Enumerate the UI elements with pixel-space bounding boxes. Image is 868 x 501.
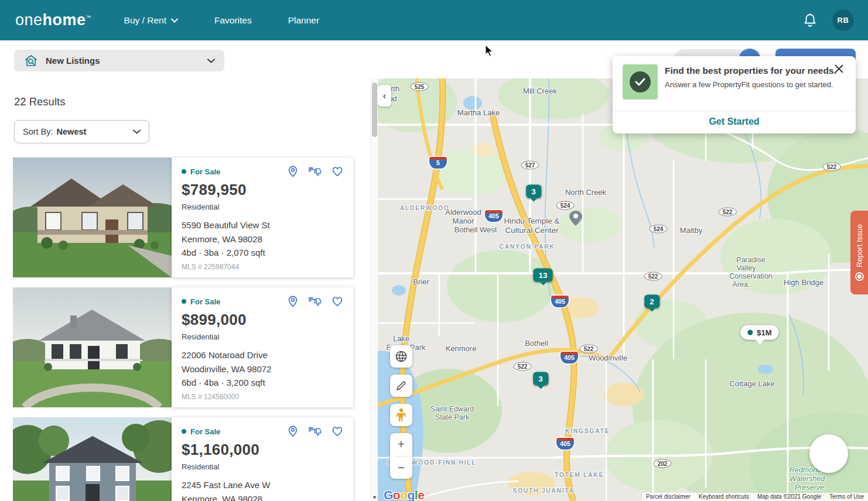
scrollbar-down-arrow[interactable]: ▼ <box>372 495 377 500</box>
cluster-marker[interactable]: 3 <box>533 372 548 386</box>
onehome-logo[interactable]: onehome™ <box>15 11 91 29</box>
map-pin-icon[interactable] <box>286 295 299 308</box>
heart-icon[interactable] <box>331 295 344 308</box>
listing-cards: For Sale $789,950 Residential 5590 Beaut… <box>14 157 370 501</box>
nav-buy-rent[interactable]: Buy / Rent <box>124 15 178 26</box>
draw-button[interactable] <box>390 375 412 397</box>
cluster-marker[interactable]: 13 <box>533 269 552 282</box>
saved-search-label: New Listings <box>46 56 100 66</box>
status-dot <box>182 299 186 304</box>
avatar[interactable]: RB <box>832 9 854 31</box>
status-badge: For Sale <box>182 427 220 436</box>
collapse-panel-button[interactable]: ‹ <box>378 85 391 107</box>
road-shield: 202 <box>654 459 672 468</box>
listing-price: $899,000 <box>182 311 345 329</box>
listing-card[interactable]: For Sale $1,160,000 Residential 2245 Fas… <box>13 417 353 501</box>
attribution-item[interactable]: Keyboard shortcuts <box>695 493 753 501</box>
map-label: Mill Creek <box>523 87 557 95</box>
listing-specs: 6bd · 4ba · 3,200 sqft <box>182 378 345 387</box>
map-label: Valley <box>736 264 756 272</box>
results-scrollbar[interactable]: ▼ <box>370 78 378 501</box>
propertyfit-popup: Find the best properties for your needs.… <box>613 56 856 133</box>
zoom-in-button[interactable]: + <box>390 433 412 456</box>
scrollbar-thumb[interactable] <box>372 83 377 137</box>
map-label: Martha Lake <box>457 108 500 117</box>
listing-address2: Kenmore, WA 98028 <box>182 234 345 244</box>
status-dot <box>182 169 186 174</box>
map-label: Conservation <box>729 272 773 280</box>
google-logo[interactable]: Google <box>384 488 424 501</box>
listing-card[interactable]: For Sale $899,000 Residential 22006 Nota… <box>13 287 353 407</box>
listing-type: Residential <box>182 203 345 211</box>
map-label: Paradise <box>736 256 765 264</box>
nav-planner-label: Planner <box>288 15 319 26</box>
road-shield: 522 <box>580 345 598 354</box>
report-issue-icon <box>855 272 864 281</box>
map-label: SOUTH JUANITA <box>512 487 574 494</box>
sort-by-select[interactable]: Sort By: Newest <box>14 120 149 143</box>
house-photo-illustration <box>13 287 172 407</box>
map-pin-icon[interactable] <box>286 165 299 178</box>
report-issue-tab[interactable]: Report Issue <box>850 211 868 294</box>
report-issue-label: Report Issue <box>855 224 864 267</box>
saved-search-dropdown[interactable]: New Listings <box>14 50 224 71</box>
map-label: North Creek <box>565 188 606 197</box>
listing-actions <box>286 295 344 308</box>
listing-photo[interactable] <box>13 157 172 277</box>
thumbs-feedback-icon[interactable] <box>307 165 323 178</box>
attribution-item[interactable]: Map data ©2021 Google <box>753 493 825 501</box>
cluster-marker[interactable]: 3 <box>526 185 541 198</box>
road-shield: 405 <box>485 210 503 222</box>
nav-buy-rent-label: Buy / Rent <box>124 15 166 26</box>
thumbs-feedback-icon[interactable] <box>307 425 323 438</box>
map-label: Watershed <box>790 475 825 483</box>
map-label: Bothell West <box>454 225 497 234</box>
listing-photo[interactable] <box>13 417 172 501</box>
street-view-pegman[interactable] <box>390 404 412 426</box>
cluster-marker[interactable]: 2 <box>644 295 659 308</box>
map-label: Manor <box>453 217 474 225</box>
main-nav: Buy / Rent Favorites Planner <box>124 15 320 26</box>
map-attribution: Parcel disclaimerKeyboard shortcutsMap d… <box>642 492 868 501</box>
popup-divider <box>613 111 856 111</box>
road-shield: 527 <box>521 161 539 170</box>
map-layers-button[interactable] <box>390 345 412 368</box>
road-shield: 405 <box>551 296 569 307</box>
listing-mls: MLS # 225987044 <box>182 263 345 271</box>
listing-address1: 5590 Beautiful View St <box>182 220 345 230</box>
chevron-down-icon <box>133 129 141 134</box>
chevron-down-icon <box>171 18 178 23</box>
chat-launcher[interactable] <box>809 434 848 473</box>
close-icon[interactable] <box>834 64 844 74</box>
listing-address1: 2245 Fast Lane Ave W <box>182 480 345 490</box>
results-count: 22 Results <box>14 95 370 108</box>
map-label: Hindu Temple & <box>504 217 559 225</box>
map-pin-icon[interactable] <box>286 425 299 438</box>
map-label: Cottage Lake <box>729 379 774 388</box>
nav-favorites[interactable]: Favorites <box>214 15 252 26</box>
attribution-item[interactable]: Parcel disclaimer <box>642 493 695 501</box>
map-label: Lake <box>393 334 409 343</box>
nav-planner[interactable]: Planner <box>288 15 319 26</box>
bell-icon[interactable] <box>803 13 817 28</box>
zoom-out-button[interactable]: − <box>390 457 412 479</box>
listing-photo[interactable] <box>13 287 172 407</box>
status-dot <box>182 429 186 434</box>
map-label: Brier <box>413 277 429 286</box>
road-shield: 524 <box>556 201 575 210</box>
map-label: ALDERWOOD <box>400 204 449 211</box>
map[interactable]: ‹ + − Google Parcel disclaimerKeybo <box>378 78 868 501</box>
listing-type: Residential <box>182 462 345 471</box>
listing-card[interactable]: For Sale $789,950 Residential 5590 Beaut… <box>13 157 353 277</box>
globe-icon <box>395 350 408 363</box>
sort-by-value: Newest <box>57 127 87 136</box>
map-label: High Bridge <box>784 278 823 287</box>
logo-one: one <box>15 11 43 29</box>
get-started-button[interactable]: Get Started <box>613 116 856 127</box>
listing-address2: Woodinville, WA 98072 <box>182 364 345 374</box>
heart-icon[interactable] <box>331 165 344 178</box>
heart-icon[interactable] <box>331 425 344 438</box>
thumbs-feedback-icon[interactable] <box>307 295 323 308</box>
price-marker[interactable]: $1M <box>740 325 778 340</box>
attribution-item[interactable]: Terms of Use <box>825 493 868 501</box>
